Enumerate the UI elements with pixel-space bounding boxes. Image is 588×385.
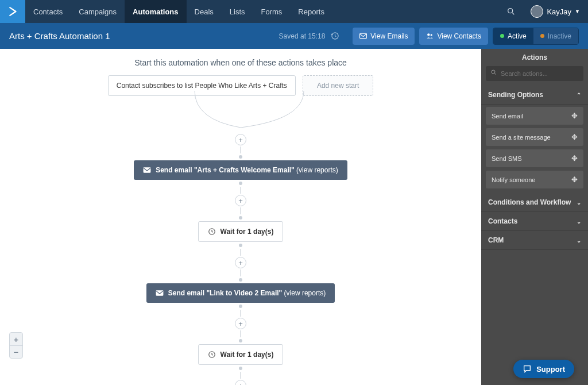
action-send-sms[interactable]: Send SMS✥ [486,149,583,167]
canvas[interactable]: Start this automation when one of these … [0,49,481,385]
nav-reports[interactable]: Reports [290,0,332,23]
view-emails-button[interactable]: View Emails [353,28,415,45]
dot-inactive-icon [540,34,544,38]
svg-rect-8 [156,290,163,295]
nav-deals[interactable]: Deals [187,0,222,23]
svg-rect-3 [360,33,367,38]
automation-title: Arts + Crafts Automation 1 [9,31,110,41]
status-active-label: Active [508,32,527,40]
top-nav: Contacts Campaigns Automations Deals Lis… [0,0,588,23]
add-node-button[interactable]: + [235,134,246,145]
status-active[interactable]: Active [493,28,533,44]
search-icon [506,7,516,16]
saved-at: Saved at 15:18 [279,32,326,40]
svg-line-1 [512,13,514,14]
add-node-button[interactable]: + [235,257,246,268]
group-label: Contacts [488,217,517,225]
mail-icon [156,290,164,297]
actions-panel: Actions Sending Options ⌃ Send email✥ Se… [481,49,588,385]
brand-logo[interactable] [0,0,25,23]
move-icon: ✥ [571,133,578,141]
svg-point-11 [492,70,495,74]
svg-line-12 [495,74,497,75]
svg-rect-6 [144,167,151,172]
move-icon: ✥ [571,154,578,163]
move-icon: ✥ [571,175,578,184]
mail-icon [359,33,367,39]
trigger-card[interactable]: Contact subscribes to list People Who Li… [108,75,296,96]
chat-icon [523,364,532,374]
add-node-button[interactable]: + [235,380,246,385]
add-node-button[interactable]: + [235,195,246,206]
nav-forms[interactable]: Forms [253,0,291,23]
chevron-down-icon: ⌄ [577,237,581,244]
zoom-out-button[interactable]: − [10,345,22,358]
svg-point-4 [428,33,430,36]
clock-icon [208,228,216,236]
action-send-site-message[interactable]: Send a site message✥ [486,128,583,146]
node-label: Send email "Link to Video 2 Email" [168,289,283,297]
group-contacts[interactable]: Contacts ⌄ [481,212,588,231]
action-label: Send SMS [492,155,522,162]
view-contacts-label: View Contacts [437,32,481,40]
nav-items: Contacts Campaigns Automations Deals Lis… [25,0,332,23]
view-reports-link[interactable]: (view reports) [284,289,326,297]
status-inactive[interactable]: Inactive [533,28,578,44]
user-menu[interactable]: KayJay ▼ [523,5,588,18]
node-send-email-1[interactable]: Send email "Arts + Crafts Welcome Email"… [134,160,347,180]
clock-icon [208,351,216,359]
add-start-button[interactable]: Add new start [303,75,373,96]
action-label: Notify someone [492,176,535,183]
search-icon [490,69,497,76]
node-label: Send email "Arts + Crafts Welcome Email" [156,166,295,174]
flow: + Send email "Arts + Crafts Welcome Emai… [134,133,347,385]
chevron-down-icon: ▼ [575,9,580,14]
group-label: Sending Options [488,91,543,99]
group-crm[interactable]: CRM ⌄ [481,231,588,250]
status-inactive-label: Inactive [548,32,571,40]
people-icon [426,32,434,40]
sending-options-items: Send email✥ Send a site message✥ Send SM… [481,105,588,193]
group-sending-options[interactable]: Sending Options ⌃ [481,86,588,105]
action-label: Send a site message [492,134,551,141]
action-notify-someone[interactable]: Notify someone✥ [486,171,583,188]
group-label: CRM [488,236,504,244]
user-name: KayJay [547,7,571,16]
add-node-button[interactable]: + [235,318,246,329]
zoom-in-button[interactable]: + [10,333,22,345]
chevron-down-icon: ⌄ [577,218,581,225]
node-send-email-2[interactable]: Send email "Link to Video 2 Email" (view… [146,283,335,303]
search-button[interactable] [500,0,523,23]
zoom-controls: + − [9,332,23,359]
svg-point-0 [508,9,513,13]
nav-contacts[interactable]: Contacts [25,0,71,23]
action-send-email[interactable]: Send email✥ [486,107,583,125]
start-instruction: Start this automation when one of these … [134,58,347,67]
brand-icon [6,5,19,18]
node-wait-1[interactable]: Wait for 1 day(s) [198,221,284,242]
view-contacts-button[interactable]: View Contacts [419,28,488,45]
avatar [531,5,543,18]
connector-lines [131,91,350,137]
support-button[interactable]: Support [513,360,574,378]
nav-automations[interactable]: Automations [125,0,186,23]
chevron-down-icon: ⌄ [577,199,581,206]
move-icon: ✥ [571,111,578,120]
nav-campaigns[interactable]: Campaigns [71,0,125,23]
chevron-up-icon: ⌃ [577,92,581,98]
history-button[interactable] [328,30,341,43]
panel-title: Actions [481,49,588,66]
nav-lists[interactable]: Lists [222,0,253,23]
group-conditions-workflow[interactable]: Conditions and Workflow ⌄ [481,193,588,212]
history-icon [331,32,339,40]
automation-header: Arts + Crafts Automation 1 Saved at 15:1… [0,23,588,49]
view-reports-link[interactable]: (view reports) [296,166,338,174]
action-label: Send email [492,113,523,120]
node-wait-2[interactable]: Wait for 1 day(s) [198,344,284,365]
node-label: Wait for 1 day(s) [220,351,274,359]
node-label: Wait for 1 day(s) [220,228,274,236]
support-label: Support [536,365,565,374]
group-label: Conditions and Workflow [488,198,571,206]
actions-search-input[interactable] [486,66,583,81]
mail-icon [143,167,151,174]
